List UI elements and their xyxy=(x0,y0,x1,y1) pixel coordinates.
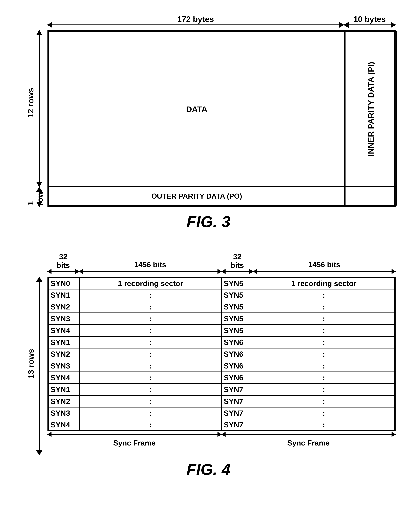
dim-arrow-12-rows xyxy=(39,30,40,187)
data-cell-b: : xyxy=(253,360,395,372)
fig4-diagram: 32 bits 1456 bits 32 bits 1456 bits 13 r… xyxy=(47,252,396,454)
table-row: SYN1:SYN6: xyxy=(48,336,395,348)
syn-cell-b: SYN5 xyxy=(221,313,253,325)
data-cell-b: : xyxy=(253,325,395,336)
data-cell-a: 1 recording sector xyxy=(80,277,221,289)
syn-cell-a: SYN2 xyxy=(48,301,80,313)
syn-cell-a: SYN4 xyxy=(48,325,80,336)
dim-arrow-pi-width xyxy=(344,24,396,25)
data-cell-b: : xyxy=(253,383,395,395)
syn-cell-b: SYN6 xyxy=(221,360,253,372)
syn-cell-b: SYN5 xyxy=(221,325,253,336)
table-row: SYN4:SYN6: xyxy=(48,372,395,383)
fig4-tbody: SYN01 recording sectorSYN51 recording se… xyxy=(48,277,395,431)
dim-label-13-rows: 13 rows xyxy=(26,349,36,379)
data-cell-a: : xyxy=(80,395,221,407)
dim-label-data-width: 172 bytes xyxy=(47,14,344,24)
syn-cell-a: SYN3 xyxy=(48,407,80,419)
data-cell-b: : xyxy=(253,301,395,313)
dim-arrow-data-width xyxy=(47,24,344,25)
data-cell-a: : xyxy=(80,313,221,325)
dim-label-syn-bits-1: 32 bits xyxy=(47,252,79,270)
data-cell-b: : xyxy=(253,372,395,383)
data-cell-b: : xyxy=(253,348,395,360)
table-row: SYN2:SYN6: xyxy=(48,348,395,360)
dim-arrow-sync-frame-1 xyxy=(47,434,221,435)
dim-arrow-data-2 xyxy=(253,271,396,272)
fig3-cell-pi: INNER PARITY DATA (PI) xyxy=(345,31,397,187)
dim-label-data-bits-2: 1456 bits xyxy=(253,260,396,269)
table-row: SYN4:SYN5: xyxy=(48,325,395,336)
fig3-left-dimensions: 12 rows 1 row xyxy=(23,30,46,206)
data-cell-a: : xyxy=(80,407,221,419)
syn-cell-a: SYN4 xyxy=(48,372,80,383)
syn-cell-b: SYN7 xyxy=(221,383,253,395)
syn-cell-a: SYN2 xyxy=(48,348,80,360)
table-row: SYN2:SYN7: xyxy=(48,395,395,407)
table-row: SYN2:SYN5: xyxy=(48,301,395,313)
data-cell-b: 1 recording sector xyxy=(253,277,395,289)
data-cell-b: : xyxy=(253,395,395,407)
syn-cell-b: SYN7 xyxy=(221,407,253,419)
dim-label-12-rows: 12 rows xyxy=(26,88,35,118)
syn-cell-b: SYN6 xyxy=(221,348,253,360)
figure-3: 172 bytes 10 bytes 12 rows 1 row DATA IN… xyxy=(21,14,396,231)
data-cell-b: : xyxy=(253,289,395,301)
fig3-diagram: 172 bytes 10 bytes 12 rows 1 row DATA IN… xyxy=(47,14,396,207)
data-cell-b: : xyxy=(253,407,395,419)
fig3-cell-bottom-right xyxy=(345,187,397,206)
fig3-cell-data: DATA xyxy=(49,31,345,187)
syn-cell-a: SYN3 xyxy=(48,313,80,325)
table-row: SYN01 recording sectorSYN51 recording se… xyxy=(48,277,395,289)
data-cell-a: : xyxy=(80,372,221,383)
syn-cell-b: SYN5 xyxy=(221,289,253,301)
fig3-grid: DATA INNER PARITY DATA (PI) OUTER PARITY… xyxy=(47,30,396,207)
dim-label-data-bits-1: 1456 bits xyxy=(79,260,221,269)
syn-cell-a: SYN2 xyxy=(48,395,80,407)
data-cell-b: : xyxy=(253,419,395,431)
syn-cell-b: SYN7 xyxy=(221,419,253,431)
syn-cell-a: SYN1 xyxy=(48,289,80,301)
data-cell-b: : xyxy=(253,313,395,325)
fig4-table: SYN01 recording sectorSYN51 recording se… xyxy=(47,277,396,431)
data-cell-a: : xyxy=(80,336,221,348)
dim-label-syn-bits-2: 32 bits xyxy=(221,252,253,270)
fig3-cell-po: OUTER PARITY DATA (PO) xyxy=(49,187,345,206)
data-cell-b: : xyxy=(253,336,395,348)
syn-cell-a: SYN3 xyxy=(48,360,80,372)
syn-cell-b: SYN7 xyxy=(221,395,253,407)
fig4-bottom-dimensions: Sync Frame Sync Frame xyxy=(47,431,396,454)
fig4-top-dimensions: 32 bits 1456 bits 32 bits 1456 bits xyxy=(47,252,396,277)
syn-cell-a: SYN0 xyxy=(48,277,80,289)
dim-label-sync-frame-1: Sync Frame xyxy=(47,439,221,447)
table-row: SYN1:SYN7: xyxy=(48,383,395,395)
dim-label-sync-frame-2: Sync Frame xyxy=(221,439,396,447)
fig4-left-dimensions: 13 rows xyxy=(24,277,46,449)
syn-cell-a: SYN1 xyxy=(48,336,80,348)
fig4-caption: FIG. 4 xyxy=(21,460,396,479)
figure-4: 32 bits 1456 bits 32 bits 1456 bits 13 r… xyxy=(21,252,396,479)
fig3-top-dimensions: 172 bytes 10 bytes xyxy=(47,14,396,30)
dim-arrow-13-rows xyxy=(39,277,40,455)
table-row: SYN3:SYN7: xyxy=(48,407,395,419)
data-cell-a: : xyxy=(80,325,221,336)
data-cell-a: : xyxy=(80,289,221,301)
data-cell-a: : xyxy=(80,348,221,360)
dim-arrow-data-1 xyxy=(79,271,221,272)
data-cell-a: : xyxy=(80,383,221,395)
syn-cell-b: SYN6 xyxy=(221,336,253,348)
data-cell-a: : xyxy=(80,360,221,372)
fig3-caption: FIG. 3 xyxy=(21,213,396,231)
syn-cell-b: SYN6 xyxy=(221,372,253,383)
syn-cell-a: SYN1 xyxy=(48,383,80,395)
table-row: SYN1:SYN5: xyxy=(48,289,395,301)
data-cell-a: : xyxy=(80,301,221,313)
syn-cell-a: SYN4 xyxy=(48,419,80,431)
dim-label-pi-width: 10 bytes xyxy=(344,14,396,24)
table-row: SYN4:SYN7: xyxy=(48,419,395,431)
dim-label-1-row: 1 row xyxy=(26,185,45,206)
dim-arrow-syn-2 xyxy=(221,271,253,272)
syn-cell-b: SYN5 xyxy=(221,277,253,289)
table-row: SYN3:SYN5: xyxy=(48,313,395,325)
table-row: SYN3:SYN6: xyxy=(48,360,395,372)
